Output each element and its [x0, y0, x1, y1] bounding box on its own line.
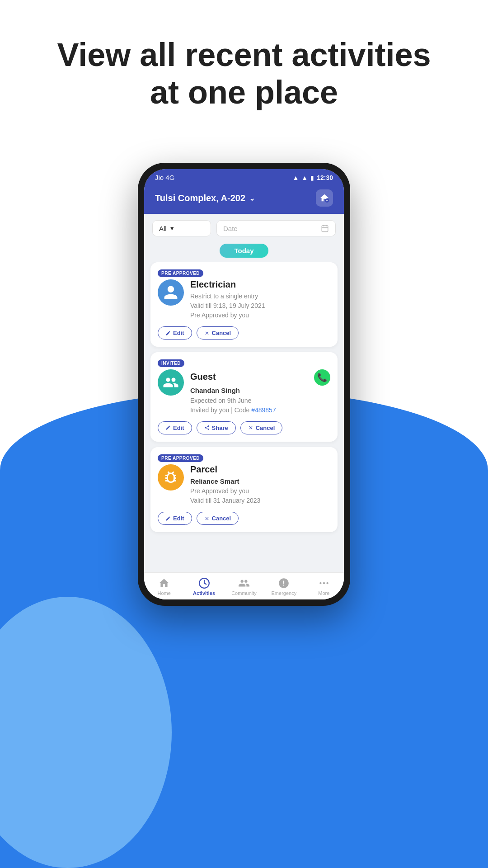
- bottom-navigation: Home Activities Community: [144, 572, 344, 599]
- status-icons: ▲ ▲ ▮ 12:30: [292, 174, 333, 181]
- app-header: Tulsi Complex, A-202 ⌄ +: [144, 185, 344, 214]
- share-button-guest[interactable]: Share: [197, 421, 236, 434]
- nav-activities[interactable]: Activities: [188, 577, 220, 596]
- card-actions-parcel: Edit Cancel: [158, 512, 330, 525]
- card-subtitle-electrician: Restrict to a single entry Valid till 9:…: [190, 292, 330, 320]
- svg-point-8: [323, 582, 325, 584]
- signal-icon: ▲: [301, 174, 308, 181]
- today-label: Today: [220, 244, 268, 258]
- calendar-icon: [321, 224, 329, 232]
- location-title[interactable]: Tulsi Complex, A-202 ⌄: [155, 193, 255, 203]
- edit-button-electrician[interactable]: Edit: [158, 326, 192, 340]
- chevron-down-icon: ⌄: [249, 194, 255, 203]
- phone-inner: Jio 4G ▲ ▲ ▮ 12:30 Tulsi Complex, A-202 …: [144, 169, 344, 599]
- nav-home-label: Home: [158, 590, 171, 596]
- cancel-button-parcel[interactable]: Cancel: [197, 512, 239, 525]
- nav-emergency[interactable]: Emergency: [268, 577, 300, 596]
- status-bar: Jio 4G ▲ ▲ ▮ 12:30: [144, 169, 344, 185]
- card-actions-guest: Edit Share Cancel: [158, 421, 330, 434]
- phone-outer: Jio 4G ▲ ▲ ▮ 12:30 Tulsi Complex, A-202 …: [138, 163, 350, 606]
- activities-list: PRE APPROVED Electrician Restrict to a: [144, 262, 344, 572]
- location-text: Tulsi Complex, A-202: [155, 193, 245, 203]
- status-time: 12:30: [317, 174, 333, 181]
- card-body-2: Guest 📞 Chandan Singh Expected on 9th Ju…: [158, 369, 330, 415]
- phone-mockup: Jio 4G ▲ ▲ ▮ 12:30 Tulsi Complex, A-202 …: [138, 163, 350, 606]
- edit-icon-3: [165, 516, 171, 521]
- parcel-icon: [163, 469, 179, 486]
- guests-icon: [163, 374, 179, 391]
- card-title-guest: Guest: [190, 372, 216, 382]
- hero-title: View all recent activities at one place: [0, 36, 488, 111]
- more-icon: [318, 577, 330, 589]
- whatsapp-call-button[interactable]: 📞: [314, 369, 330, 386]
- card-subtitle-guest: Chandan Singh Expected on 9th June Invit…: [190, 386, 330, 415]
- card-body-3: Parcel Reliance Smart Pre Approved by yo…: [158, 464, 330, 506]
- badge-invited: INVITED: [158, 359, 184, 367]
- card-info-guest: Guest 📞 Chandan Singh Expected on 9th Ju…: [190, 369, 330, 415]
- svg-point-9: [326, 582, 328, 584]
- nav-community-label: Community: [231, 590, 257, 596]
- nav-emergency-label: Emergency: [272, 590, 297, 596]
- avatar-parcel: [158, 464, 184, 491]
- nav-home[interactable]: Home: [148, 577, 180, 596]
- share-icon: [204, 425, 210, 430]
- person-icon: [163, 284, 179, 301]
- activities-icon: [198, 577, 210, 589]
- wifi-icon: ▲: [292, 174, 299, 181]
- svg-point-7: [319, 582, 321, 584]
- close-icon-3: [204, 516, 210, 521]
- card-info-electrician: Electrician Restrict to a single entry V…: [190, 279, 330, 320]
- type-filter[interactable]: All ▾: [152, 220, 211, 236]
- close-icon-1: [204, 330, 210, 336]
- card-subtitle-parcel: Reliance Smart Pre Approved by you Valid…: [190, 476, 330, 506]
- badge-pre-approved-1: PRE APPROVED: [158, 269, 203, 277]
- edit-icon: [165, 330, 171, 336]
- card-title-parcel: Parcel: [190, 464, 330, 475]
- community-icon: [238, 577, 250, 589]
- edit-button-guest[interactable]: Edit: [158, 421, 192, 434]
- today-section: Today: [144, 241, 344, 262]
- card-actions-electrician: Edit Cancel: [158, 326, 330, 340]
- nav-activities-label: Activities: [193, 590, 215, 596]
- svg-rect-2: [322, 226, 328, 232]
- nav-community[interactable]: Community: [228, 577, 260, 596]
- filter-bar: All ▾ Date: [144, 214, 344, 241]
- date-placeholder: Date: [223, 225, 238, 232]
- close-icon-2: [248, 425, 253, 430]
- cancel-button-electrician[interactable]: Cancel: [197, 326, 239, 340]
- edit-button-parcel[interactable]: Edit: [158, 512, 192, 525]
- filter-value: All: [159, 225, 167, 232]
- card-body-1: Electrician Restrict to a single entry V…: [158, 279, 330, 320]
- card-parcel: PRE APPROVED Parcel Reliance Smart: [150, 447, 338, 533]
- card-electrician: PRE APPROVED Electrician Restrict to a: [150, 262, 338, 347]
- emergency-icon: [278, 577, 290, 589]
- nav-more-label: More: [318, 590, 329, 596]
- cancel-button-guest[interactable]: Cancel: [240, 421, 283, 434]
- card-guest: INVITED Guest 📞: [150, 352, 338, 442]
- battery-icon: ▮: [310, 174, 314, 181]
- filter-dropdown-icon: ▾: [170, 224, 174, 232]
- nav-more[interactable]: More: [308, 577, 340, 596]
- home-icon: [158, 577, 170, 589]
- carrier-text: Jio 4G: [155, 174, 174, 181]
- avatar-guest: [158, 369, 184, 396]
- card-info-parcel: Parcel Reliance Smart Pre Approved by yo…: [190, 464, 330, 506]
- avatar-electrician: [158, 279, 184, 306]
- edit-icon-2: [165, 425, 171, 430]
- card-title-electrician: Electrician: [190, 279, 330, 290]
- badge-pre-approved-2: PRE APPROVED: [158, 454, 203, 462]
- date-filter[interactable]: Date: [216, 220, 336, 236]
- svg-text:+: +: [326, 198, 328, 203]
- hero-section: View all recent activities at one place: [0, 36, 488, 111]
- content-area: All ▾ Date Today: [144, 214, 344, 599]
- add-home-button[interactable]: +: [316, 189, 333, 207]
- home-plus-icon: +: [319, 193, 329, 203]
